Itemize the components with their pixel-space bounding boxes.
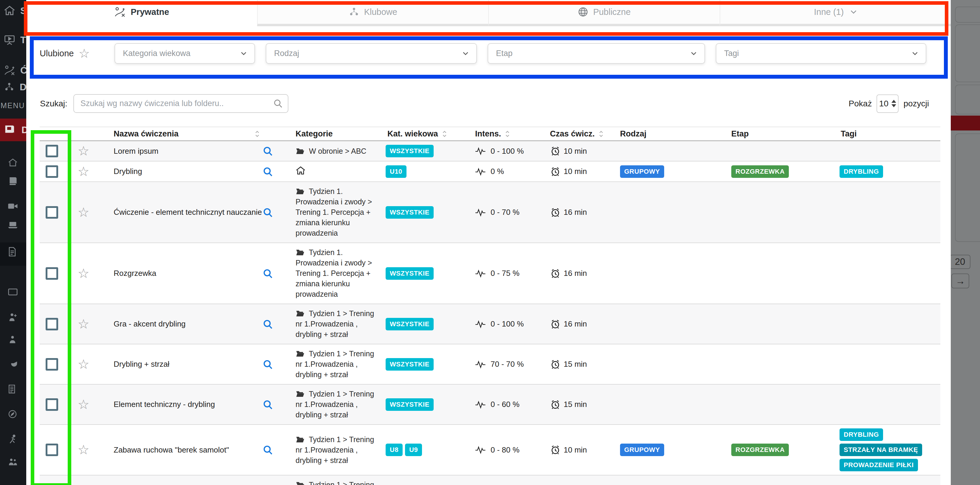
favorite-star-icon[interactable]: ☆ [78, 318, 89, 331]
favorite-star-icon[interactable]: ☆ [78, 144, 89, 158]
dropdown-kategoria-wiekowa[interactable]: Kategoria wiekowa [115, 43, 255, 64]
stepper-icon [891, 100, 896, 107]
header-intens[interactable]: Intens. [470, 127, 547, 140]
row-checkbox[interactable] [46, 165, 58, 178]
preview-button[interactable] [262, 243, 291, 304]
whistle-icon [8, 360, 18, 369]
favorite-star-icon[interactable]: ☆ [78, 206, 89, 219]
table-row: ☆ Gra - akcent drybling Tydzien 1 > Tren… [40, 304, 940, 344]
row-checkbox[interactable] [46, 267, 58, 280]
sidebar-item[interactable] [0, 405, 26, 423]
exercise-name: Lorem ipsum [114, 147, 158, 156]
sidebar-item[interactable] [0, 380, 26, 398]
dropdown-placeholder: Kategoria wiekowa [123, 49, 191, 58]
intensity-icon [475, 269, 488, 277]
dropdown-tagi[interactable]: Tagi [716, 43, 926, 64]
chevron-down-icon [241, 52, 247, 55]
sidebar-item[interactable] [0, 216, 26, 234]
user-add-icon [8, 312, 18, 322]
sort-icon [255, 130, 259, 138]
sidebar-item[interactable] [0, 453, 26, 471]
folder-icon [296, 147, 304, 155]
preview-button[interactable] [262, 475, 291, 485]
book-icon [8, 176, 19, 186]
page-size-select[interactable]: 10 [877, 94, 899, 113]
tag-badges-cell [838, 243, 940, 304]
row-checkbox[interactable] [46, 398, 58, 411]
dropdown-rodzaj[interactable]: Rodzaj [266, 43, 477, 64]
tab-klubowe[interactable]: Klubowe [257, 0, 488, 26]
row-checkbox[interactable] [46, 358, 58, 371]
tab-publiczne[interactable]: Publiczne [488, 0, 720, 26]
header-nazwa[interactable]: Nazwa ćwiczenia [103, 127, 262, 140]
preview-button[interactable] [262, 385, 291, 424]
row-checkbox[interactable] [46, 206, 58, 219]
header-czas[interactable]: Czas ćwicz. [547, 127, 617, 140]
age-category-badge: WSZYSTKIE [386, 398, 434, 411]
sidebar-item[interactable] [0, 197, 26, 215]
rodzaj-badge: GRUPOWY [620, 444, 664, 456]
preview-button[interactable] [262, 162, 291, 181]
magnifier-icon [262, 146, 273, 156]
preview-button[interactable] [262, 182, 291, 242]
list-icon [8, 384, 17, 394]
folder-icon [296, 481, 304, 485]
tag-badges-cell [838, 475, 940, 485]
row-checkbox[interactable] [46, 318, 58, 330]
clock-icon [550, 146, 561, 156]
tab-inne[interactable]: Inne (1) [720, 0, 951, 26]
sidebar-menu-label: MENU [1, 101, 26, 110]
intensity-value: 0 - 100 % [491, 147, 524, 156]
search-label: Szukaj: [40, 99, 67, 108]
dropdown-etap[interactable]: Etap [488, 43, 705, 64]
sidebar-item-active[interactable]: D [0, 119, 26, 141]
favorite-star-icon[interactable]: ☆ [78, 398, 89, 411]
tactics-icon [3, 65, 16, 75]
preview-button[interactable] [262, 141, 291, 161]
favorite-star-icon[interactable]: ☆ [78, 267, 89, 280]
category-path: W obronie > ABC [296, 146, 366, 156]
sidebar-item[interactable] [0, 331, 26, 349]
sidebar-item[interactable] [0, 243, 26, 261]
favorite-star-icon[interactable]: ☆ [78, 443, 89, 456]
sidebar-item[interactable] [0, 430, 26, 448]
row-checkbox[interactable] [46, 145, 58, 157]
rodzaj-badge: GRUPOWY [620, 165, 664, 178]
star-icon[interactable]: ☆ [78, 48, 90, 60]
time-value: 16 min [564, 208, 587, 217]
magnifier-icon [262, 207, 273, 218]
sidebar-item[interactable] [0, 154, 26, 171]
age-category-badges: U8U9 [383, 425, 470, 475]
sidebar-item-t[interactable]: T [0, 31, 26, 49]
category-path [296, 166, 308, 177]
tab-prywatne[interactable]: Prywatne [26, 0, 257, 26]
header-checkbox-col [40, 127, 64, 140]
preview-button[interactable] [262, 425, 291, 475]
sidebar-item[interactable] [0, 283, 26, 301]
age-category-badge: WSZYSTKIE [386, 145, 434, 157]
sidebar-item-s[interactable]: S [0, 2, 26, 20]
row-checkbox[interactable] [46, 444, 58, 456]
arrow-right-button[interactable]: → [951, 274, 969, 288]
dimmed-panel [955, 6, 980, 23]
rodzaj-badge-cell [617, 243, 729, 304]
header-kat-wiekowa[interactable]: Kat. wiekowa [383, 127, 470, 140]
preview-button[interactable] [262, 304, 291, 344]
sidebar-item-d[interactable]: D [0, 78, 26, 96]
rodzaj-badge-cell [617, 344, 729, 384]
sidebar-item[interactable] [0, 308, 26, 326]
sidebar-item-ć[interactable]: Ć [0, 61, 26, 79]
preview-button[interactable] [262, 344, 291, 384]
clock-icon [550, 268, 561, 279]
category-path: Tydzien 1 > Trening nr 1.Prowadzenia , d… [296, 349, 374, 380]
sidebar-item[interactable] [0, 172, 26, 190]
table-row: ☆ Lorem ipsum W obronie > ABC WSZYSTKIE … [40, 141, 940, 162]
favorite-star-icon[interactable]: ☆ [78, 358, 89, 371]
book-icon [4, 125, 16, 135]
sidebar-item[interactable] [0, 355, 26, 373]
dimmed-number-input[interactable]: 20 [951, 255, 970, 269]
magnifier-icon [262, 268, 273, 279]
intensity-icon [475, 167, 488, 176]
favorite-star-icon[interactable]: ☆ [78, 165, 89, 178]
search-input[interactable] [73, 94, 288, 113]
